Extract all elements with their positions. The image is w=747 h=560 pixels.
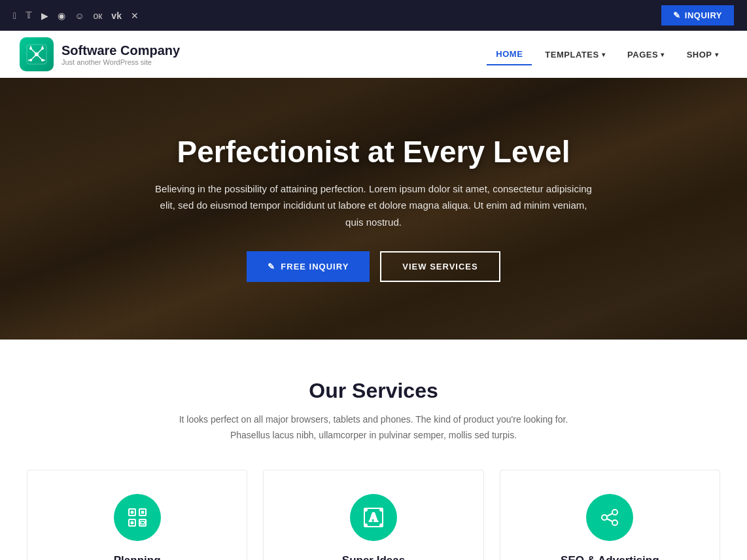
svg-point-25 [380,508,383,511]
pages-chevron-icon: ▾ [661,51,665,58]
free-inquiry-button[interactable]: ✎ FREE INQUIRY [247,251,370,282]
svg-line-9 [37,54,43,60]
hero-section: Perfectionist at Every Level Believing i… [0,78,747,340]
hero-title: Perfectionist at Every Level [151,135,596,169]
services-section: Our Services It looks perfect on all maj… [0,340,747,560]
super-ideas-service-name: Super Ideas [342,554,405,560]
facebook-icon[interactable]:  [13,10,16,21]
svg-point-27 [380,524,383,527]
service-card-planning: Planning A business plan is a written de… [27,470,247,560]
planning-icon [114,494,161,541]
hero-content: Perfectionist at Every Level Believing i… [138,135,609,282]
logo-icon [26,43,48,65]
nav-item-home[interactable]: HOME [487,44,532,65]
brand-tagline: Just another WordPress site [61,58,180,66]
vk-icon[interactable]: vk [111,10,122,21]
odnoklassniki-icon[interactable]: ок [93,10,102,21]
reddit-icon[interactable]: ☺ [75,10,84,21]
super-ideas-icon-svg: A [362,506,385,529]
brand: Software Company Just another WordPress … [20,37,180,71]
instagram-icon[interactable]: ◉ [58,10,65,21]
view-services-label: VIEW SERVICES [402,262,478,271]
nav-item-templates[interactable]: TEMPLATES ▾ [536,44,614,65]
svg-point-20 [131,521,133,523]
planning-icon-svg [126,506,149,529]
svg-point-29 [602,515,607,520]
seo-icon-svg [598,506,621,529]
svg-text:A: A [369,511,377,524]
svg-line-6 [31,48,37,54]
social-links:  𝕋 ▶ ◉ ☺ ок vk ✕ [13,10,139,21]
seo-advertising-icon [586,494,633,541]
brand-text: Software Company Just another WordPress … [61,43,180,66]
shop-chevron-icon: ▾ [715,51,719,58]
services-subtitle: It looks perfect on all major browsers, … [177,412,570,444]
svg-point-26 [364,524,367,527]
service-card-seo: SEO & Advertising SEO, is the key to mak… [500,470,720,560]
svg-line-32 [607,519,612,521]
free-inquiry-label: FREE INQUIRY [281,262,349,271]
nav-item-pages[interactable]: PAGES ▾ [618,44,674,65]
seo-service-name: SEO & Advertising [561,554,659,560]
x-icon[interactable]: ✕ [131,10,139,21]
hero-subtitle: Believing in the possibility of attainin… [151,181,596,231]
navbar: Software Company Just another WordPress … [0,31,747,78]
hero-buttons: ✎ FREE INQUIRY VIEW SERVICES [151,251,596,282]
svg-point-28 [612,510,617,515]
youtube-icon[interactable]: ▶ [41,10,48,21]
svg-line-7 [37,48,43,54]
svg-point-19 [141,511,143,513]
templates-chevron-icon: ▾ [602,51,606,58]
inquiry-label: INQUIRY [685,10,722,20]
service-card-super-ideas: A Super Ideas Business ideas on this lis… [263,470,483,560]
svg-point-30 [612,520,617,525]
svg-line-8 [31,54,37,60]
view-services-button[interactable]: VIEW SERVICES [380,251,500,282]
planning-service-name: Planning [114,554,161,560]
svg-rect-21 [141,521,145,524]
svg-line-31 [607,514,612,516]
twitter-icon[interactable]: 𝕋 [26,10,32,21]
nav-item-shop[interactable]: SHOP ▾ [678,44,727,65]
inquiry-btn-icon: ✎ [268,262,275,271]
super-ideas-icon: A [350,494,397,541]
svg-point-24 [364,508,367,511]
inquiry-icon: ✎ [673,10,681,20]
nav-links: HOME TEMPLATES ▾ PAGES ▾ SHOP ▾ [487,44,727,65]
services-grid: Planning A business plan is a written de… [27,470,720,560]
inquiry-button[interactable]: ✎ INQUIRY [661,5,734,26]
brand-name: Software Company [61,43,180,58]
brand-logo [20,37,54,71]
services-title: Our Services [26,379,721,403]
svg-point-18 [131,511,133,513]
top-bar:  𝕋 ▶ ◉ ☺ ок vk ✕ ✎ INQUIRY [0,0,747,31]
